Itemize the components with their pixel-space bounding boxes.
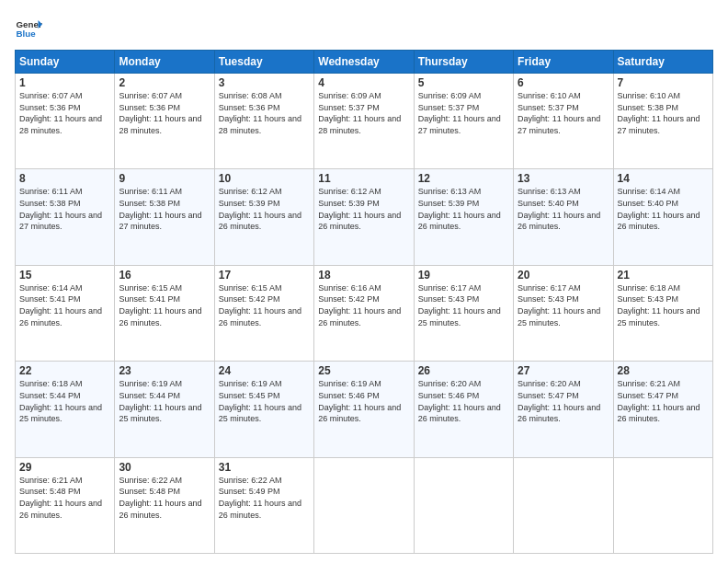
calendar-cell bbox=[514, 457, 613, 553]
day-number: 2 bbox=[119, 76, 210, 89]
day-header-friday: Friday bbox=[514, 51, 613, 74]
cell-info: Sunrise: 6:19 AMSunset: 5:45 PMDaylight:… bbox=[219, 379, 301, 423]
day-header-sunday: Sunday bbox=[16, 51, 115, 74]
cell-info: Sunrise: 6:08 AMSunset: 5:36 PMDaylight:… bbox=[219, 91, 301, 135]
calendar-cell: 6Sunrise: 6:10 AMSunset: 5:37 PMDaylight… bbox=[514, 74, 613, 169]
cell-info: Sunrise: 6:19 AMSunset: 5:44 PMDaylight:… bbox=[119, 379, 201, 423]
calendar-cell bbox=[314, 457, 414, 553]
day-number: 10 bbox=[219, 172, 310, 185]
day-number: 5 bbox=[418, 76, 509, 89]
calendar-cell: 9Sunrise: 6:11 AMSunset: 5:38 PMDaylight… bbox=[115, 169, 214, 265]
cell-info: Sunrise: 6:10 AMSunset: 5:37 PMDaylight:… bbox=[518, 91, 600, 135]
calendar-cell: 30Sunrise: 6:22 AMSunset: 5:48 PMDayligh… bbox=[115, 457, 214, 553]
cell-info: Sunrise: 6:09 AMSunset: 5:37 PMDaylight:… bbox=[418, 91, 501, 135]
cell-info: Sunrise: 6:14 AMSunset: 5:40 PMDaylight:… bbox=[618, 187, 700, 231]
day-number: 17 bbox=[219, 269, 310, 282]
calendar-cell: 14Sunrise: 6:14 AMSunset: 5:40 PMDayligh… bbox=[613, 169, 712, 265]
day-header-saturday: Saturday bbox=[613, 51, 712, 74]
day-number: 20 bbox=[518, 269, 609, 282]
day-number: 28 bbox=[618, 364, 709, 377]
calendar-cell: 2Sunrise: 6:07 AMSunset: 5:36 PMDaylight… bbox=[115, 74, 214, 169]
page: General Blue SundayMondayTuesdayWednesda… bbox=[0, 0, 728, 563]
calendar-cell: 5Sunrise: 6:09 AMSunset: 5:37 PMDaylight… bbox=[414, 74, 513, 169]
cell-info: Sunrise: 6:16 AMSunset: 5:42 PMDaylight:… bbox=[318, 283, 401, 327]
cell-info: Sunrise: 6:13 AMSunset: 5:39 PMDaylight:… bbox=[418, 187, 501, 231]
cell-info: Sunrise: 6:09 AMSunset: 5:37 PMDaylight:… bbox=[318, 91, 401, 135]
calendar-cell: 23Sunrise: 6:19 AMSunset: 5:44 PMDayligh… bbox=[115, 362, 214, 457]
calendar-header-row: SundayMondayTuesdayWednesdayThursdayFrid… bbox=[16, 51, 713, 74]
logo-icon: General Blue bbox=[15, 15, 42, 42]
day-number: 27 bbox=[518, 364, 609, 377]
cell-info: Sunrise: 6:18 AMSunset: 5:44 PMDaylight:… bbox=[19, 379, 102, 423]
cell-info: Sunrise: 6:07 AMSunset: 5:36 PMDaylight:… bbox=[19, 91, 102, 135]
cell-info: Sunrise: 6:12 AMSunset: 5:39 PMDaylight:… bbox=[318, 187, 401, 231]
calendar-cell: 22Sunrise: 6:18 AMSunset: 5:44 PMDayligh… bbox=[16, 362, 115, 457]
calendar-cell bbox=[613, 457, 712, 553]
calendar-week-2: 8Sunrise: 6:11 AMSunset: 5:38 PMDaylight… bbox=[16, 169, 713, 265]
day-number: 24 bbox=[219, 364, 310, 377]
calendar-cell: 17Sunrise: 6:15 AMSunset: 5:42 PMDayligh… bbox=[214, 265, 313, 361]
cell-info: Sunrise: 6:21 AMSunset: 5:47 PMDaylight:… bbox=[618, 379, 700, 423]
calendar-cell: 29Sunrise: 6:21 AMSunset: 5:48 PMDayligh… bbox=[16, 457, 115, 553]
calendar-cell: 11Sunrise: 6:12 AMSunset: 5:39 PMDayligh… bbox=[314, 169, 414, 265]
calendar-cell: 16Sunrise: 6:15 AMSunset: 5:41 PMDayligh… bbox=[115, 265, 214, 361]
day-number: 18 bbox=[318, 269, 409, 282]
cell-info: Sunrise: 6:20 AMSunset: 5:47 PMDaylight:… bbox=[518, 379, 600, 423]
day-header-monday: Monday bbox=[115, 51, 214, 74]
calendar-cell: 25Sunrise: 6:19 AMSunset: 5:46 PMDayligh… bbox=[314, 362, 414, 457]
day-number: 7 bbox=[618, 76, 709, 89]
calendar-week-5: 29Sunrise: 6:21 AMSunset: 5:48 PMDayligh… bbox=[16, 457, 713, 553]
day-number: 4 bbox=[318, 76, 409, 89]
calendar-cell: 1Sunrise: 6:07 AMSunset: 5:36 PMDaylight… bbox=[16, 74, 115, 169]
calendar-cell: 19Sunrise: 6:17 AMSunset: 5:43 PMDayligh… bbox=[414, 265, 513, 361]
cell-info: Sunrise: 6:11 AMSunset: 5:38 PMDaylight:… bbox=[119, 187, 201, 231]
cell-info: Sunrise: 6:12 AMSunset: 5:39 PMDaylight:… bbox=[219, 187, 301, 231]
cell-info: Sunrise: 6:07 AMSunset: 5:36 PMDaylight:… bbox=[119, 91, 201, 135]
calendar-cell: 10Sunrise: 6:12 AMSunset: 5:39 PMDayligh… bbox=[214, 169, 313, 265]
calendar-cell: 28Sunrise: 6:21 AMSunset: 5:47 PMDayligh… bbox=[613, 362, 712, 457]
day-number: 11 bbox=[318, 172, 409, 185]
calendar-cell: 8Sunrise: 6:11 AMSunset: 5:38 PMDaylight… bbox=[16, 169, 115, 265]
cell-info: Sunrise: 6:15 AMSunset: 5:41 PMDaylight:… bbox=[119, 283, 201, 327]
day-number: 31 bbox=[219, 461, 310, 474]
cell-info: Sunrise: 6:17 AMSunset: 5:43 PMDaylight:… bbox=[418, 283, 501, 327]
logo: General Blue bbox=[15, 15, 42, 42]
cell-info: Sunrise: 6:11 AMSunset: 5:38 PMDaylight:… bbox=[19, 187, 102, 231]
calendar-cell: 18Sunrise: 6:16 AMSunset: 5:42 PMDayligh… bbox=[314, 265, 414, 361]
day-number: 15 bbox=[19, 269, 110, 282]
calendar-cell bbox=[414, 457, 513, 553]
day-number: 26 bbox=[418, 364, 509, 377]
calendar-cell: 31Sunrise: 6:22 AMSunset: 5:49 PMDayligh… bbox=[214, 457, 313, 553]
svg-text:Blue: Blue bbox=[17, 29, 37, 39]
calendar-cell: 21Sunrise: 6:18 AMSunset: 5:43 PMDayligh… bbox=[613, 265, 712, 361]
calendar-week-1: 1Sunrise: 6:07 AMSunset: 5:36 PMDaylight… bbox=[16, 74, 713, 169]
day-number: 16 bbox=[119, 269, 210, 282]
cell-info: Sunrise: 6:10 AMSunset: 5:38 PMDaylight:… bbox=[618, 91, 700, 135]
calendar-week-4: 22Sunrise: 6:18 AMSunset: 5:44 PMDayligh… bbox=[16, 362, 713, 457]
calendar-cell: 13Sunrise: 6:13 AMSunset: 5:40 PMDayligh… bbox=[514, 169, 613, 265]
day-number: 22 bbox=[19, 364, 110, 377]
day-number: 8 bbox=[19, 172, 110, 185]
calendar-cell: 4Sunrise: 6:09 AMSunset: 5:37 PMDaylight… bbox=[314, 74, 414, 169]
calendar-table: SundayMondayTuesdayWednesdayThursdayFrid… bbox=[15, 50, 713, 554]
day-header-wednesday: Wednesday bbox=[314, 51, 414, 74]
cell-info: Sunrise: 6:20 AMSunset: 5:46 PMDaylight:… bbox=[418, 379, 501, 423]
calendar-week-3: 15Sunrise: 6:14 AMSunset: 5:41 PMDayligh… bbox=[16, 265, 713, 361]
day-number: 6 bbox=[518, 76, 609, 89]
cell-info: Sunrise: 6:22 AMSunset: 5:49 PMDaylight:… bbox=[219, 476, 301, 520]
day-number: 29 bbox=[19, 461, 110, 474]
cell-info: Sunrise: 6:14 AMSunset: 5:41 PMDaylight:… bbox=[19, 283, 102, 327]
calendar-cell: 27Sunrise: 6:20 AMSunset: 5:47 PMDayligh… bbox=[514, 362, 613, 457]
day-number: 23 bbox=[119, 364, 210, 377]
calendar-cell: 15Sunrise: 6:14 AMSunset: 5:41 PMDayligh… bbox=[16, 265, 115, 361]
calendar-cell: 12Sunrise: 6:13 AMSunset: 5:39 PMDayligh… bbox=[414, 169, 513, 265]
calendar-cell: 20Sunrise: 6:17 AMSunset: 5:43 PMDayligh… bbox=[514, 265, 613, 361]
calendar-cell: 24Sunrise: 6:19 AMSunset: 5:45 PMDayligh… bbox=[214, 362, 313, 457]
day-header-tuesday: Tuesday bbox=[214, 51, 313, 74]
day-number: 30 bbox=[119, 461, 210, 474]
cell-info: Sunrise: 6:22 AMSunset: 5:48 PMDaylight:… bbox=[119, 476, 201, 520]
day-header-thursday: Thursday bbox=[414, 51, 513, 74]
day-number: 25 bbox=[318, 364, 409, 377]
day-number: 19 bbox=[418, 269, 509, 282]
cell-info: Sunrise: 6:18 AMSunset: 5:43 PMDaylight:… bbox=[618, 283, 700, 327]
